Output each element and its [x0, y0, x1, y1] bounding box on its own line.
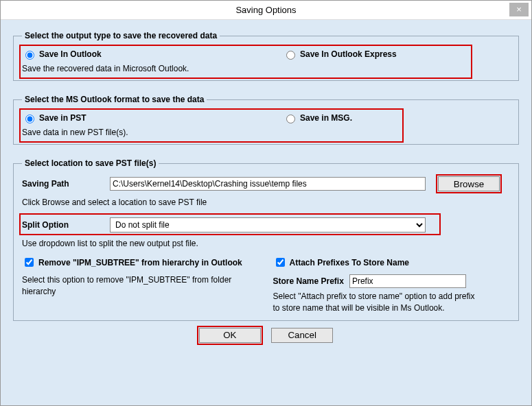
split-option-label: Split Option	[22, 220, 110, 230]
remove-ipm-checkbox[interactable]	[25, 258, 34, 267]
split-option-select[interactable]: Do not split file	[110, 217, 426, 232]
saving-path-label: Saving Path	[22, 179, 110, 189]
save-location-legend: Select location to save PST file(s)	[22, 158, 159, 168]
window-title: Saving Options	[235, 5, 296, 15]
saving-options-dialog: Saving Options × Select the output type …	[0, 0, 532, 406]
attach-prefix-hint: Select "Attach prefix to store name" opt…	[273, 291, 479, 313]
browse-hint: Click Browse and select a location to sa…	[22, 197, 510, 208]
output-type-legend: Select the output type to save the recov…	[22, 31, 220, 40]
dialog-buttons: OK Cancel	[13, 328, 519, 343]
save-in-pst-radio[interactable]	[25, 115, 34, 123]
saving-path-input[interactable]	[110, 177, 426, 191]
save-in-msg-radio[interactable]	[286, 115, 295, 123]
outlook-format-legend: Select the MS Outlook format to save the…	[22, 95, 207, 104]
save-in-outlook-express-radio[interactable]	[286, 51, 295, 60]
outlook-format-desc: Save data in new PST file(s).	[22, 128, 510, 137]
dialog-body: Select the output type to save the recov…	[1, 20, 531, 405]
ok-button[interactable]: OK	[199, 328, 261, 343]
browse-button[interactable]: Browse	[438, 176, 500, 191]
output-type-desc: Save the recovered data in Microsoft Out…	[22, 64, 510, 73]
attach-prefix-label: Attach Prefixes To Store Name	[290, 258, 410, 267]
close-icon[interactable]: ×	[509, 3, 529, 16]
store-prefix-label: Store Name Prefix	[273, 276, 344, 286]
save-in-outlook-label: Save In Outlook	[39, 49, 102, 59]
remove-ipm-hint: Select this option to remove "IPM_SUBTRE…	[22, 274, 242, 296]
remove-ipm-label: Remove "IPM_SUBTREE" from hierarchy in O…	[38, 258, 242, 267]
titlebar: Saving Options ×	[1, 1, 531, 20]
output-type-group: Select the output type to save the recov…	[13, 31, 519, 81]
outlook-format-group: Select the MS Outlook format to save the…	[13, 95, 519, 145]
store-prefix-input[interactable]	[349, 274, 466, 288]
attach-prefix-checkbox[interactable]	[276, 258, 285, 267]
cancel-button[interactable]: Cancel	[271, 328, 333, 343]
split-hint: Use dropdown list to split the new outpu…	[22, 238, 510, 249]
save-in-outlook-express-label: Save In Outlook Express	[300, 49, 397, 59]
save-location-group: Select location to save PST file(s) Savi…	[13, 158, 519, 321]
save-in-outlook-radio[interactable]	[25, 51, 34, 60]
save-in-msg-label: Save in MSG.	[300, 113, 352, 123]
save-in-pst-label: Save in PST	[39, 113, 86, 123]
